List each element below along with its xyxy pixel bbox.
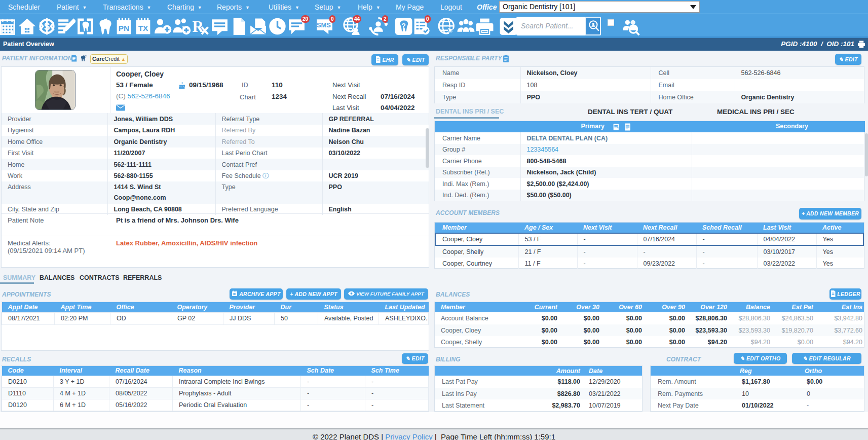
svg-text:TX: TX: [138, 24, 148, 32]
svg-text:?: ?: [401, 22, 405, 30]
svg-text:PN: PN: [119, 24, 129, 32]
svg-text:$: $: [44, 21, 50, 32]
svg-text:SMS: SMS: [317, 21, 331, 29]
